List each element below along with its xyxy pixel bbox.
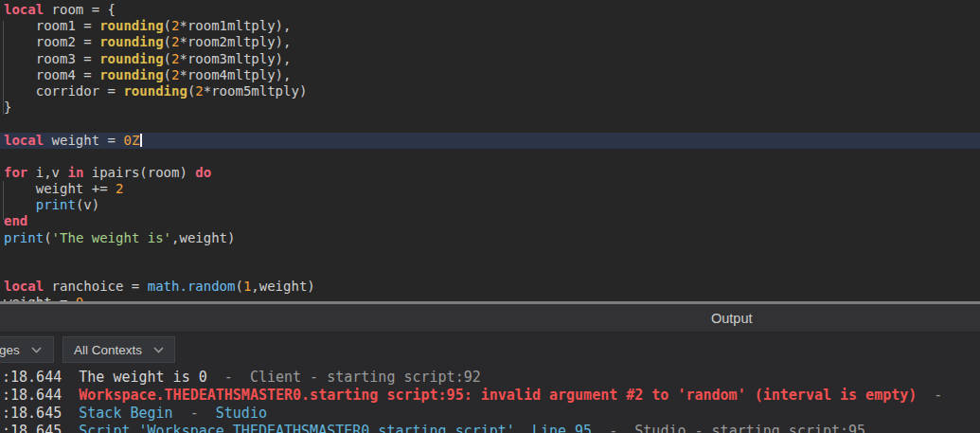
code-line[interactable]: } [4,99,980,116]
token-plain: ( [44,230,51,245]
code-line[interactable]: local weight = 0Z [0,133,980,149]
token-builtin: print [36,197,76,212]
output-panel-header[interactable]: Output [0,304,980,333]
token-plain: room1 = [4,18,99,33]
token-plain [4,197,36,212]
token-info: Stack Begin [79,405,172,422]
token-msg: :18.645 [2,405,79,422]
token-msg: :18.644 The weight is 0 [2,369,207,386]
token-plain: ( [164,34,171,49]
token-kw: end [4,213,27,228]
token-dim: - Studio - starting script:95 [592,423,865,433]
code-line[interactable] [4,246,980,262]
indent-guide [3,181,4,220]
message-filter-label: ges [0,343,20,357]
indent-guide [3,21,4,115]
token-plain: (v) [76,197,99,212]
token-plain: ( [164,51,171,66]
code-line[interactable] [4,149,980,165]
log-line[interactable]: :18.645 Stack Begin - Studio [2,405,980,423]
token-kw: local [4,2,44,17]
token-builtin: print [4,230,44,245]
context-filter-dropdown[interactable]: All Contexts [62,336,175,363]
code-line[interactable]: room1 = rounding(2*room1mltply), [4,18,980,34]
output-log[interactable]: :18.644 The weight is 0 - Client - start… [2,369,980,433]
token-plain: corridor = [4,83,123,99]
code-line[interactable]: room2 = rounding(2*room2mltply), [4,34,980,50]
token-num: 2 [195,83,203,99]
token-dim: - [173,405,216,422]
token-plain: room = { [44,2,116,17]
token-dim: - [917,387,942,404]
script-editor[interactable]: local room = { room1 = rounding(2*room1m… [0,0,980,301]
token-kw: local [4,133,44,148]
output-panel-title: Output [711,311,753,326]
token-plain: ipairs(room) [83,165,195,180]
token-plain: *room5mltply) [204,83,308,99]
code-line[interactable]: local room = { [4,2,980,18]
log-line[interactable]: :18.645 Script 'Workspace.THEDEATHSMASTE… [2,423,980,433]
log-line[interactable]: :18.644 Workspace.THEDEATHSMASTER0.start… [2,387,980,405]
token-fn: rounding [99,18,163,33]
code-line[interactable]: print(v) [4,197,980,213]
token-plain: weight += [4,181,116,196]
token-dim: - Client - starting script:92 [207,369,481,386]
token-plain: room2 = [4,34,99,49]
token-info: Studio [216,405,267,422]
token-msg: :18.644 [2,387,79,404]
token-plain: *room4mltply), [179,67,291,82]
token-num: 2 [116,181,123,196]
token-plain: ,weight) [251,279,314,294]
text-cursor [140,134,142,147]
code-line[interactable]: weight += 2 [4,181,980,197]
context-filter-label: All Contexts [74,343,142,357]
code-line[interactable]: room4 = rounding(2*room4mltply), [4,67,980,83]
chevron-down-icon [153,347,164,353]
output-panel: ges All Contexts :18.644 The weight is 0… [0,333,980,433]
code-line[interactable]: print('The weight is',weight) [4,230,980,246]
token-kw: do [195,165,211,180]
token-plain: room3 = [4,51,99,66]
chevron-down-icon [31,347,42,353]
token-plain: weight = [44,133,123,148]
token-info: Script 'Workspace.THEDEATHSMASTER0.start… [79,423,592,433]
token-fn: rounding [99,34,163,49]
token-kw: in [67,165,83,180]
code-line[interactable]: corridor = rounding(2*room5mltply) [4,83,980,99]
token-plain: ( [235,279,242,294]
token-msg: :18.645 [2,423,79,433]
code-line[interactable]: room3 = rounding(2*room3mltply), [4,51,980,67]
token-fn: rounding [99,51,163,66]
message-filter-dropdown[interactable]: ges [0,336,54,363]
token-plain: ( [164,18,171,33]
code-line[interactable]: end [4,213,980,229]
code-line[interactable]: weight = 0 [4,295,980,301]
token-plain: *room1mltply), [179,18,291,33]
token-num: 0Z [123,133,139,148]
token-plain: } [4,99,11,115]
token-plain: weight = [4,295,76,301]
code-line[interactable] [4,116,980,132]
token-kw: local [4,279,44,294]
token-plain: ranchoice = [44,279,148,294]
log-line[interactable]: :18.644 The weight is 0 - Client - start… [2,369,980,387]
studio-window: local room = { room1 = rounding(2*room1m… [0,0,980,433]
token-kw: for [4,165,27,180]
token-str: 'The weight is' [52,230,171,245]
token-plain: ( [164,67,171,82]
token-plain: *room3mltply), [179,51,291,66]
token-num: 0 [76,295,83,301]
code-lines: local room = { room1 = rounding(2*room1m… [4,2,980,301]
token-plain: room4 = [4,67,99,82]
token-builtin: math.random [148,279,236,294]
token-fn: rounding [99,67,163,82]
token-plain: *room2mltply), [179,34,291,49]
token-err: Workspace.THEDEATHSMASTER0.starting scri… [79,387,917,404]
code-line[interactable] [4,262,980,279]
token-plain: i,v [27,165,67,180]
code-line[interactable]: local ranchoice = math.random(1,weight) [4,279,980,295]
token-plain: ,weight) [171,230,235,245]
token-fn: rounding [123,83,187,99]
code-line[interactable]: for i,v in ipairs(room) do [4,165,980,181]
